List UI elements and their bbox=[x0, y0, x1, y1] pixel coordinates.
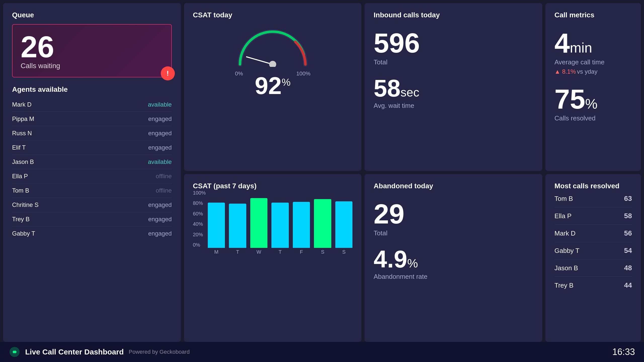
calls-resolved-value: 75% bbox=[554, 85, 632, 113]
abandonment-rate-unit: % bbox=[407, 257, 418, 270]
queue-card: Queue 26 Calls waiting ! Agents availabl… bbox=[3, 3, 181, 342]
y-label: 100% bbox=[193, 190, 206, 196]
agent-row: Ella Poffline bbox=[12, 169, 172, 184]
gauge-min-label: 0% bbox=[235, 70, 243, 77]
agent-status: engaged bbox=[148, 144, 172, 151]
avg-call-time-label: Average call time bbox=[554, 58, 632, 66]
chart-area: MTWTFSS bbox=[208, 190, 353, 255]
footer: Live Call Center Dashboard Powered by Ge… bbox=[0, 342, 644, 362]
agent-status: engaged bbox=[148, 201, 172, 208]
agent-name: Pippa M bbox=[12, 115, 34, 122]
footer-title: Live Call Center Dashboard bbox=[25, 348, 124, 356]
abandoned-total-label: Total bbox=[374, 229, 533, 237]
agent-name: Chritine S bbox=[12, 201, 38, 208]
most-resolved-card: Most calls resolved Tom B63Ella P58Mark … bbox=[545, 174, 641, 342]
most-resolved-list: Tom B63Ella P58Mark D56Gabby T54Jason B4… bbox=[554, 190, 632, 294]
inbound-wait-value: 58sec bbox=[374, 76, 533, 100]
agent-status: engaged bbox=[148, 230, 172, 237]
agent-name: Jason B bbox=[12, 158, 34, 165]
agents-available-title: Agents available bbox=[12, 85, 172, 94]
avg-call-time-unit: min bbox=[570, 40, 592, 56]
agent-status: available bbox=[148, 101, 172, 108]
resolved-row: Ella P58 bbox=[554, 207, 632, 225]
inbound-total-section: 596 Total bbox=[374, 29, 533, 66]
agent-status: available bbox=[148, 158, 172, 165]
csat-today-card: CSAT today 0% 100% 92% bbox=[184, 3, 362, 171]
resolved-agent-count: 48 bbox=[624, 264, 632, 272]
resolved-row: Trey B44 bbox=[554, 277, 632, 294]
queue-waiting-label: Calls waiting bbox=[21, 62, 163, 70]
trend-row: ▲ 8.1% vs yday bbox=[554, 68, 632, 75]
agent-row: Gabby Tengaged bbox=[12, 227, 172, 241]
inbound-wait-section: 58sec Avg. wait time bbox=[374, 76, 533, 110]
agent-name: Ella P bbox=[12, 173, 28, 180]
resolved-row: Tom B63 bbox=[554, 190, 632, 207]
geckoboard-logo-icon bbox=[9, 346, 20, 357]
bar-day-label: S bbox=[342, 249, 345, 255]
footer-powered: Powered by Geckoboard bbox=[129, 349, 190, 355]
trend-label: vs yday bbox=[577, 68, 597, 75]
csat-7days-card: CSAT (past 7 days) 100%80%60%40%20%0% MT… bbox=[184, 174, 362, 342]
agent-row: Russ Nengaged bbox=[12, 126, 172, 141]
y-label: 0% bbox=[193, 242, 206, 248]
queue-title: Queue bbox=[12, 11, 172, 19]
abandoned-total-value: 29 bbox=[374, 200, 533, 228]
agent-name: Russ N bbox=[12, 130, 32, 137]
bar-day-label: W bbox=[257, 249, 261, 255]
agent-row: Pippa Mengaged bbox=[12, 112, 172, 126]
footer-left: Live Call Center Dashboard Powered by Ge… bbox=[9, 346, 190, 357]
agent-status: offline bbox=[156, 187, 172, 194]
abandonment-rate-section: 4.9% Abandonment rate bbox=[374, 247, 533, 281]
resolved-agent-name: Tom B bbox=[554, 195, 573, 203]
csat-today-title: CSAT today bbox=[193, 11, 232, 19]
bar-day-label: T bbox=[236, 249, 239, 255]
chart-bar: S bbox=[314, 199, 331, 248]
csat-gauge bbox=[235, 27, 310, 67]
agent-name: Gabby T bbox=[12, 230, 35, 237]
csat-7days-title: CSAT (past 7 days) bbox=[193, 182, 257, 190]
agent-status: offline bbox=[156, 173, 172, 180]
inbound-wait-unit: sec bbox=[400, 86, 419, 99]
csat-chart-wrapper: 100%80%60%40%20%0% MTWTFSS bbox=[193, 190, 353, 255]
most-resolved-title: Most calls resolved bbox=[554, 182, 619, 190]
call-metrics-title: Call metrics bbox=[554, 11, 594, 19]
agent-name: Mark D bbox=[12, 101, 31, 108]
resolved-agent-name: Mark D bbox=[554, 230, 576, 237]
abandonment-rate-label: Abandonment rate bbox=[374, 273, 533, 281]
resolved-row: Gabby T54 bbox=[554, 242, 632, 259]
calls-resolved-label: Calls resolved bbox=[554, 114, 632, 122]
chart-bar: T bbox=[271, 203, 289, 248]
inbound-total-value: 596 bbox=[374, 29, 533, 57]
agent-status: engaged bbox=[148, 216, 172, 223]
resolved-agent-name: Ella P bbox=[554, 212, 572, 220]
alert-badge: ! bbox=[161, 66, 175, 80]
y-label: 60% bbox=[193, 211, 206, 217]
bar-day-label: T bbox=[278, 249, 281, 255]
chart-bar: T bbox=[229, 204, 246, 248]
resolved-row: Mark D56 bbox=[554, 225, 632, 242]
agent-row: Tom Boffline bbox=[12, 184, 172, 198]
agent-status: engaged bbox=[148, 130, 172, 137]
y-label: 40% bbox=[193, 221, 206, 227]
avg-call-time-section: 4min Average call time ▲ 8.1% vs yday bbox=[554, 29, 632, 75]
bar-day-label: S bbox=[321, 249, 324, 255]
inbound-total-label: Total bbox=[374, 58, 533, 66]
queue-waiting-count: 26 bbox=[21, 32, 163, 62]
agent-row: Elif Tengaged bbox=[12, 141, 172, 155]
abandoned-title: Abandoned today bbox=[374, 182, 433, 190]
resolved-agent-count: 58 bbox=[624, 212, 632, 220]
chart-bar: S bbox=[335, 201, 353, 248]
chart-y-labels: 100%80%60%40%20%0% bbox=[193, 190, 206, 255]
footer-time: 16:33 bbox=[612, 347, 635, 357]
agent-name: Trey B bbox=[12, 216, 30, 223]
resolved-agent-name: Jason B bbox=[554, 264, 578, 272]
abandoned-card: Abandoned today 29 Total 4.9% Abandonmen… bbox=[365, 174, 542, 342]
agents-list: Mark DavailablePippa MengagedRuss Nengag… bbox=[12, 98, 172, 241]
chart-bar: W bbox=[250, 198, 268, 248]
abandoned-total-section: 29 Total bbox=[374, 200, 533, 237]
chart-bar: M bbox=[208, 203, 225, 248]
agent-name: Tom B bbox=[12, 187, 29, 194]
agent-row: Chritine Sengaged bbox=[12, 198, 172, 212]
svg-point-1 bbox=[269, 61, 276, 67]
abandonment-rate-value: 4.9% bbox=[374, 247, 533, 271]
